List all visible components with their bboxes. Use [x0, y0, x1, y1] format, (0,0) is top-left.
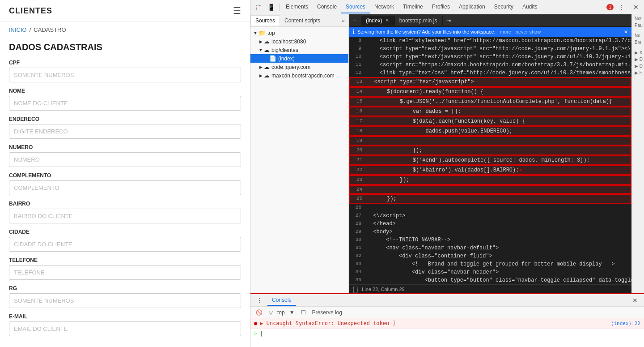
code-line-34: 34 <div class="navbar-header"> — [349, 268, 631, 276]
line-content: $.getJSON('../functions/functionAutoComp… — [366, 98, 631, 106]
field-label-cpf: CPF — [9, 60, 241, 66]
line-number: 32 — [349, 252, 365, 260]
devtools-tab-audits[interactable]: Audits — [518, 1, 542, 13]
tree-item--index-[interactable]: 📄(index) — [250, 54, 348, 63]
console-preserve-label: Preserve log — [310, 309, 344, 316]
devtools-tab-network[interactable]: Network — [370, 1, 398, 13]
devtools-tab-profiles[interactable]: Profiles — [428, 1, 454, 13]
field-input-email[interactable] — [9, 321, 241, 336]
info-close-icon[interactable]: ✕ — [624, 29, 628, 35]
code-line-20: 20 }); — [349, 146, 631, 155]
tree-item-top[interactable]: ▼📁top — [250, 29, 348, 37]
breadcrumb-home[interactable]: INICIO — [9, 26, 27, 33]
line-number: 22 — [350, 166, 366, 174]
field-input-cpf[interactable] — [9, 68, 241, 82]
code-line-9: 9 <script type="text/javascript" src="ht… — [349, 45, 631, 53]
field-group-numero: NUMERO — [9, 144, 241, 167]
line-content: <script type="text/javascript" src="http… — [365, 53, 631, 61]
editor-nav-right[interactable]: ⇥ — [443, 16, 454, 26]
field-input-endereco[interactable] — [9, 124, 241, 139]
gutter-arrow-r1[interactable]: ▶ X — [633, 49, 643, 56]
line-content: <!--INICIO NAVBAR--> — [365, 236, 631, 244]
editor-tab--index-[interactable]: (index)✕ — [361, 16, 395, 26]
devtools-tab-sources[interactable]: Sources — [341, 1, 370, 13]
devtools-close-icon[interactable]: ✕ — [630, 1, 642, 13]
console-clear-icon[interactable]: 🚫 — [254, 309, 264, 316]
field-input-complemento[interactable] — [9, 180, 241, 195]
editor-tab-bootstrap-min-js[interactable]: bootstrap.min.js — [395, 16, 443, 26]
console-close-icon[interactable]: ✕ — [629, 294, 641, 307]
devtools-more-icon[interactable]: ⋮ — [615, 1, 628, 13]
console-preserve-checkbox[interactable]: ☐ — [299, 309, 308, 316]
line-content: <link rel="stylesheet" href="https://max… — [365, 37, 631, 45]
line-number: 8 — [349, 37, 365, 45]
sources-tab-more[interactable]: » — [338, 15, 348, 26]
field-group-complemento: COMPLEMENTO — [9, 172, 241, 195]
editor-tab-label: bootstrap.min.js — [399, 17, 437, 24]
field-input-telefone[interactable] — [9, 265, 241, 280]
console-tab[interactable]: Console — [267, 295, 296, 306]
menu-icon[interactable]: ☰ — [233, 5, 241, 16]
tree-icon: ☁ — [264, 47, 270, 53]
devtools-tab-elements[interactable]: Elements — [281, 1, 313, 13]
editor-tab-close[interactable]: ✕ — [385, 17, 389, 23]
tree-item-code-jquery-com[interactable]: ▶☁code.jquery.com — [250, 63, 348, 71]
editor-nav-left[interactable]: ← — [349, 16, 361, 26]
console-filter-top[interactable]: top — [277, 309, 285, 316]
status-icon[interactable]: { } — [352, 286, 358, 293]
gutter-arrow-r4[interactable]: ▶ E — [633, 69, 643, 76]
breadcrumb: INICIO / CADASTRO — [0, 22, 250, 38]
app-title: CLIENTES — [9, 6, 52, 16]
console-menu-icon[interactable]: ⋮ — [253, 294, 266, 307]
console-error-link[interactable]: (index):22 — [611, 321, 640, 326]
devtools-inspect-icon[interactable]: ⬚ — [252, 1, 265, 13]
console-dropdown-icon[interactable]: ▼ — [288, 309, 297, 316]
tree-arrow: ▶ — [258, 39, 264, 44]
line-number: 12 — [349, 69, 365, 77]
gutter-arrow-r2[interactable]: ▶ D — [633, 56, 643, 63]
info-more-link[interactable]: more — [500, 29, 511, 34]
line-number: 26 — [349, 204, 365, 212]
prompt-arrow: > — [254, 330, 257, 337]
code-editor[interactable]: 8 <link rel="stylesheet" href="https://m… — [349, 37, 631, 284]
field-group-telefone: TELEFONE — [9, 257, 241, 280]
line-number: 16 — [350, 107, 366, 116]
tree-label: top — [267, 30, 275, 36]
devtools-tab-console[interactable]: Console — [313, 1, 341, 13]
console-filter-icon[interactable]: ▽ — [267, 309, 275, 316]
gutter-arrow-r3[interactable]: ▶ D — [633, 63, 643, 69]
file-tree: ▼📁top▶☁localhost:8080▼☁big/clientes 📄(in… — [250, 27, 348, 293]
tree-item-big-clientes[interactable]: ▼☁big/clientes — [250, 46, 348, 54]
console-prompt[interactable]: > | — [250, 329, 644, 338]
devtools-tab-security[interactable]: Security — [490, 1, 518, 13]
sources-tab-content-scripts[interactable]: Content scripts — [280, 16, 325, 26]
devtools-tab-timeline[interactable]: Timeline — [398, 1, 428, 13]
tree-item-maxcdn-bootstrapcdn-com[interactable]: ▶☁maxcdn.bootstrapcdn.com — [250, 71, 348, 80]
tree-item-localhost-8080[interactable]: ▶☁localhost:8080 — [250, 37, 348, 46]
field-input-bairro[interactable] — [9, 209, 241, 223]
tree-label: (index) — [278, 56, 295, 62]
field-input-numero[interactable] — [9, 152, 241, 167]
sources-tab-sources[interactable]: Sources — [250, 15, 280, 26]
line-content — [366, 137, 631, 145]
line-content: $(data).each(function(key, value) { — [366, 117, 631, 125]
field-label-endereco: ENDERECO — [9, 116, 241, 122]
tree-icon: ☁ — [264, 72, 270, 79]
devtools-device-icon[interactable]: 📱 — [265, 1, 277, 13]
line-content: <button type="button" class="navbar-togg… — [365, 276, 631, 284]
field-group-cidade: CIDADE — [9, 229, 241, 252]
field-input-cidade[interactable] — [9, 237, 241, 252]
gutter-bre-label: Bre — [633, 39, 643, 46]
field-input-nome[interactable] — [9, 96, 241, 111]
code-line-17: 17 $(data).each(function(key, value) { — [349, 116, 631, 126]
prompt-cursor[interactable]: | — [260, 330, 263, 337]
info-never-link[interactable]: never show — [516, 29, 541, 34]
code-line-23: 23 }); — [349, 175, 631, 185]
editor-tabs: ←(index)✕bootstrap.min.js⇥ — [349, 14, 631, 27]
devtools-tab-application[interactable]: Application — [454, 1, 490, 13]
code-line-25: 25 }); — [349, 194, 631, 204]
line-number: 21 — [350, 156, 366, 164]
field-input-rg[interactable] — [9, 293, 241, 308]
code-line-35: 35 <button type="button" class="navbar-t… — [349, 276, 631, 284]
line-number: 13 — [350, 78, 366, 86]
